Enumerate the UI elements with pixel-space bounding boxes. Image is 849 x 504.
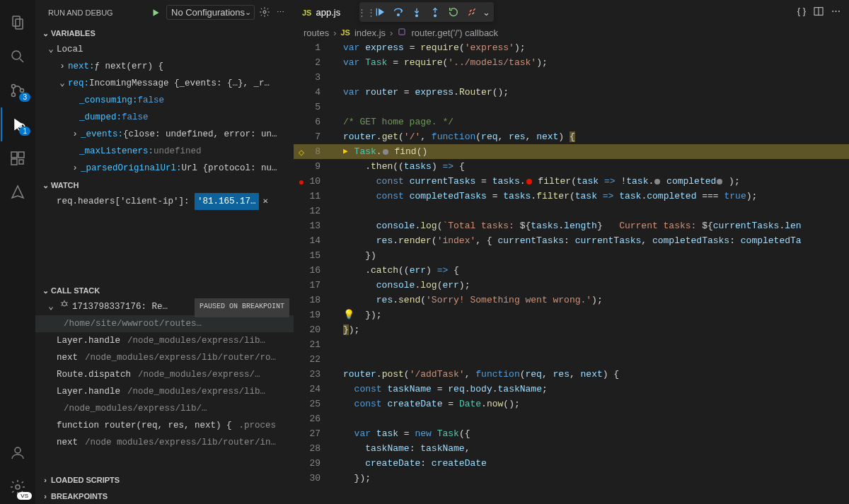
line-number[interactable]: 27 — [294, 426, 333, 441]
line-number[interactable]: ◇8 — [294, 144, 333, 159]
step-into-button[interactable] — [408, 3, 426, 21]
variable-row[interactable]: ⌄req: IncomingMessage {_events: {…}, _r… — [35, 75, 294, 92]
line-number[interactable]: 7 — [294, 129, 333, 144]
code-line[interactable]: 4var router = express.Router(); — [294, 85, 849, 100]
breadcrumb-item[interactable]: routes — [304, 28, 329, 38]
code-line[interactable]: 22 — [294, 352, 849, 367]
braces-icon[interactable]: { } — [797, 6, 806, 19]
settings-icon[interactable]: VS — [1, 470, 35, 504]
close-icon[interactable]: ✕ — [263, 193, 269, 210]
code-line[interactable]: 2var Task = require('../models/task'); — [294, 55, 849, 70]
line-number[interactable]: 11 — [294, 189, 333, 204]
callstack-header[interactable]: ⌄ CALL STACK — [35, 283, 294, 298]
variable-row[interactable]: ›_events: {close: undefined, error: un… — [35, 126, 294, 143]
variable-row[interactable]: ›_parsedOriginalUrl: Url {protocol: nu… — [35, 160, 294, 177]
line-number[interactable]: 29 — [294, 456, 333, 471]
breadcrumb-item[interactable]: index.js — [354, 28, 386, 38]
line-number[interactable]: 17 — [294, 278, 333, 293]
line-number[interactable]: 23 — [294, 367, 333, 382]
line-number[interactable]: 20 — [294, 322, 333, 337]
variable-row[interactable]: _dumped: false — [35, 109, 294, 126]
drag-handle-icon[interactable]: ⋮⋮ — [362, 3, 371, 21]
watch-expression[interactable]: req.headers['client-ip']: '81.165.17… ✕ — [35, 193, 294, 210]
code-line[interactable]: 5 — [294, 100, 849, 115]
stack-frame[interactable]: function router(req, res, next) {.proces — [35, 417, 294, 434]
line-number[interactable]: 14 — [294, 233, 333, 248]
stack-frame[interactable]: next/node modules/express/lib/router/in… — [35, 434, 294, 451]
stack-frame[interactable]: Layer.handle/node_modules/express/lib… — [35, 332, 294, 349]
code-line[interactable]: 15 }) — [294, 248, 849, 263]
code-line[interactable]: ●10 const currentTasks = tasks. filter(t… — [294, 174, 849, 189]
variable-row[interactable]: _consuming: false — [35, 92, 294, 109]
breakpoint-unverified-icon[interactable]: ◇ — [295, 146, 308, 160]
line-number[interactable]: 13 — [294, 218, 333, 233]
variable-row[interactable]: _maxListeners: undefined — [35, 143, 294, 160]
line-number[interactable]: 16 — [294, 263, 333, 278]
code-line[interactable]: 17 console.log(err); — [294, 278, 849, 293]
line-number[interactable]: 21 — [294, 337, 333, 352]
lightbulb-icon[interactable]: 💡 — [343, 307, 354, 322]
line-number[interactable]: 2 — [294, 55, 333, 70]
step-out-button[interactable] — [426, 3, 444, 21]
tab-app-js[interactable]: JS app.js — [294, 0, 349, 25]
code-line[interactable]: 12 — [294, 204, 849, 218]
restart-button[interactable] — [444, 3, 463, 21]
continue-button[interactable] — [371, 3, 389, 21]
code-line[interactable]: 11 const completedTasks = tasks.filter(t… — [294, 189, 849, 204]
code-line[interactable]: 29 createDate: createDate — [294, 456, 849, 471]
code-line[interactable]: 16 .catch((err) => { — [294, 263, 849, 278]
disconnect-button[interactable] — [463, 3, 481, 21]
code-line[interactable]: 18 res.send('Sorry! Something went wrong… — [294, 293, 849, 307]
line-number[interactable]: ●10 — [294, 174, 333, 189]
line-number[interactable]: 4 — [294, 85, 333, 100]
explorer-icon[interactable] — [1, 6, 35, 40]
code-line[interactable]: 7router.get('/', function(req, res, next… — [294, 129, 849, 144]
code-line[interactable]: 27 var task = new Task({ — [294, 426, 849, 441]
line-number[interactable]: 18 — [294, 293, 333, 307]
thread-row[interactable]: ⌄ 1713798337176: Re… PAUSED ON BREAKPOIN… — [35, 298, 294, 315]
code-line[interactable]: 24 const taskName = req.body.taskName; — [294, 382, 849, 397]
step-over-button[interactable] — [389, 3, 408, 21]
code-line[interactable]: 9 .then((tasks) => { — [294, 159, 849, 174]
stack-frame[interactable]: next/node_modules/express/lib/router/ro… — [35, 349, 294, 366]
code-editor[interactable]: 1var express = require('express');2var T… — [294, 40, 849, 504]
source-control-icon[interactable]: 3 — [1, 74, 35, 107]
azure-icon[interactable] — [1, 175, 35, 209]
code-line[interactable]: 23router.post('/addTask', function(req, … — [294, 367, 849, 382]
breadcrumbs[interactable]: routes › JS index.js › router.get('/') c… — [294, 25, 849, 40]
loaded-scripts-header[interactable]: › LOADED SCRIPTS — [35, 472, 294, 488]
variable-row[interactable]: ›next: ƒ next(err) { — [35, 58, 294, 75]
code-line[interactable]: 1var express = require('express'); — [294, 40, 849, 55]
variables-header[interactable]: ⌄ VARIABLES — [35, 25, 294, 41]
line-number[interactable]: 26 — [294, 411, 333, 426]
account-icon[interactable] — [1, 436, 35, 470]
chevron-down-icon[interactable]: ⌄ — [481, 3, 491, 21]
line-number[interactable]: 3 — [294, 70, 333, 85]
line-number[interactable]: 28 — [294, 441, 333, 456]
more-icon[interactable]: ⋯ — [272, 8, 288, 17]
extensions-icon[interactable] — [1, 141, 35, 175]
code-line[interactable]: 25 const createDate = Date.now(); — [294, 397, 849, 411]
line-number[interactable]: 25 — [294, 397, 333, 411]
code-line[interactable]: 28 taskName: taskName, — [294, 441, 849, 456]
line-number[interactable]: 24 — [294, 382, 333, 397]
stack-frame[interactable]: Layer.handle/node_modules/express/lib… — [35, 383, 294, 400]
config-select[interactable]: No Configurations — [166, 5, 255, 20]
line-number[interactable]: 15 — [294, 248, 333, 263]
debug-toolbar[interactable]: ⋮⋮ ⌄ — [359, 2, 494, 22]
watch-header[interactable]: ⌄ WATCH — [35, 177, 294, 193]
line-number[interactable]: 30 — [294, 471, 333, 486]
line-number[interactable]: 1 — [294, 40, 333, 55]
breakpoint-icon[interactable]: ● — [295, 175, 308, 190]
gear-icon[interactable] — [257, 6, 272, 19]
line-number[interactable]: 6 — [294, 115, 333, 129]
code-line[interactable]: 21 — [294, 337, 849, 352]
line-number[interactable]: 9 — [294, 159, 333, 174]
stack-frame[interactable]: Route.dispatch/node_modules/express/… — [35, 366, 294, 383]
start-debug-button[interactable] — [148, 5, 163, 20]
search-icon[interactable] — [1, 40, 35, 74]
run-debug-icon[interactable]: 1 — [1, 107, 35, 141]
code-line[interactable]: ◇8▶ Task. find() — [294, 144, 849, 159]
stack-frame[interactable]: /node_modules/express/lib/… — [35, 400, 294, 417]
line-number[interactable]: 22 — [294, 352, 333, 367]
